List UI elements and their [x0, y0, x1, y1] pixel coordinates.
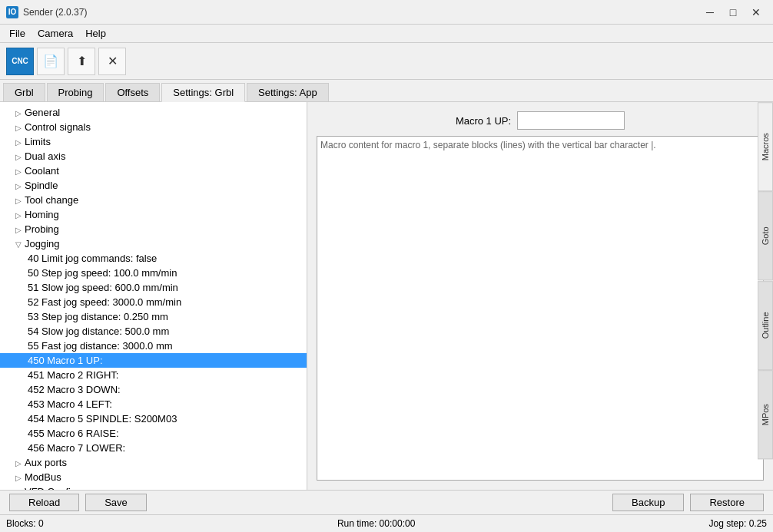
status-blocks: Blocks: 0: [6, 518, 44, 529]
maximize-button[interactable]: □: [722, 3, 744, 21]
tabs-bar: Grbl Probing Offsets Settings: Grbl Sett…: [0, 80, 773, 102]
tree-item[interactable]: 451 Macro 2 RIGHT:: [0, 368, 307, 382]
backup-button[interactable]: Backup: [612, 494, 684, 511]
tree-item[interactable]: ▷ Homing: [0, 207, 307, 222]
macro-name-input[interactable]: [517, 111, 625, 130]
macro-name-label: Macro 1 UP:: [456, 115, 511, 127]
title-bar: IO Sender (2.0.37) ─ □ ✕: [0, 0, 773, 25]
tree-item[interactable]: 454 Macro 5 SPINDLE: S200M03: [0, 411, 307, 426]
tree-item[interactable]: 455 Macro 6 RAISE:: [0, 426, 307, 441]
tree-item[interactable]: ▷ Coolant: [0, 164, 307, 178]
tree-item[interactable]: ▷ General: [0, 105, 307, 120]
tree-item[interactable]: ▷ Tool change: [0, 193, 307, 207]
toolbar-upload-button[interactable]: ⬆: [68, 48, 95, 75]
tree-item[interactable]: 54 Slow jog distance: 500.0 mm: [0, 324, 307, 339]
tree-item[interactable]: 453 Macro 4 LEFT:: [0, 397, 307, 411]
tab-grbl[interactable]: Grbl: [3, 83, 45, 101]
toolbar: CNC 📄 ⬆ ✕: [0, 43, 773, 80]
tab-offsets[interactable]: Offsets: [105, 83, 160, 101]
title-bar-controls: ─ □ ✕: [699, 3, 767, 21]
tree-item[interactable]: ▷ VFD Config: [0, 484, 307, 490]
tree-item[interactable]: 53 Step jog distance: 0.250 mm: [0, 309, 307, 324]
toolbar-open-button[interactable]: 📄: [37, 48, 65, 75]
menu-bar: File Camera Help: [0, 25, 773, 43]
bottom-bar-center: Reload Save: [9, 494, 147, 511]
side-tab-macros[interactable]: Macros: [758, 102, 773, 191]
reload-button[interactable]: Reload: [9, 494, 79, 511]
tree-item[interactable]: 55 Fast jog distance: 3000.0 mm: [0, 339, 307, 353]
tree-item[interactable]: ▽ Jogging: [0, 236, 307, 251]
macro-content-area[interactable]: Macro content for macro 1, separate bloc…: [317, 136, 764, 481]
toolbar-cnc-button[interactable]: CNC: [6, 48, 34, 75]
tree-item[interactable]: 40 Limit jog commands: false: [0, 251, 307, 266]
side-tabs: Macros Goto Outline MPos: [758, 102, 773, 459]
status-jogstep: Jog step: 0.25: [709, 518, 767, 529]
menu-help[interactable]: Help: [79, 26, 112, 41]
tree-item[interactable]: 51 Slow jog speed: 600.0 mm/min: [0, 280, 307, 295]
bottom-bar-right: Backup Restore: [612, 494, 764, 511]
app-icon: IO: [6, 6, 18, 18]
tree-item[interactable]: ▷ Spindle: [0, 178, 307, 193]
side-tab-outline[interactable]: Outline: [758, 281, 773, 370]
tree-item[interactable]: 452 Macro 3 DOWN:: [0, 382, 307, 397]
tab-probing[interactable]: Probing: [47, 83, 105, 101]
app-title: Sender (2.0.37): [23, 7, 87, 18]
restore-button[interactable]: Restore: [690, 494, 764, 511]
close-button[interactable]: ✕: [745, 3, 767, 21]
tree-item[interactable]: ▷ Probing: [0, 222, 307, 236]
minimize-button[interactable]: ─: [699, 3, 721, 21]
tree-item[interactable]: ▷ ModBus: [0, 470, 307, 484]
tree-item[interactable]: ▷ Control signals: [0, 120, 307, 134]
tab-settings-grbl[interactable]: Settings: Grbl: [161, 83, 245, 102]
tree-item[interactable]: ▷ Aux ports: [0, 455, 307, 470]
tab-settings-app[interactable]: Settings: App: [247, 83, 329, 101]
menu-camera[interactable]: Camera: [32, 26, 79, 41]
menu-file[interactable]: File: [3, 26, 32, 41]
side-tab-goto[interactable]: Goto: [758, 191, 773, 280]
tree-item[interactable]: ▷ Limits: [0, 134, 307, 149]
right-panel: Macro 1 UP: Macro content for macro 1, s…: [307, 102, 773, 490]
tree-item[interactable]: 456 Macro 7 LOWER:: [0, 441, 307, 455]
tree-item[interactable]: 450 Macro 1 UP:: [0, 353, 307, 368]
toolbar-close-button[interactable]: ✕: [98, 48, 126, 75]
status-bar: Blocks: 0 Run time: 00:00:00 Jog step: 0…: [0, 514, 773, 531]
bottom-buttons-bar: Reload Save Backup Restore: [0, 490, 773, 514]
tree-item[interactable]: 52 Fast jog speed: 3000.0 mm/min: [0, 295, 307, 309]
save-button[interactable]: Save: [85, 494, 147, 511]
title-bar-left: IO Sender (2.0.37): [6, 6, 87, 18]
tree-panel: ▷ General▷ Control signals▷ Limits▷ Dual…: [0, 102, 307, 490]
main-content: ▷ General▷ Control signals▷ Limits▷ Dual…: [0, 102, 773, 490]
right-panel-inner: Macro 1 UP: Macro content for macro 1, s…: [317, 111, 764, 481]
side-tab-mpos[interactable]: MPos: [758, 370, 773, 459]
tree-item[interactable]: 50 Step jog speed: 100.0 mm/min: [0, 266, 307, 280]
macro-name-row: Macro 1 UP:: [317, 111, 764, 130]
tree-item[interactable]: ▷ Dual axis: [0, 149, 307, 164]
status-runtime: Run time: 00:00:00: [337, 518, 415, 529]
